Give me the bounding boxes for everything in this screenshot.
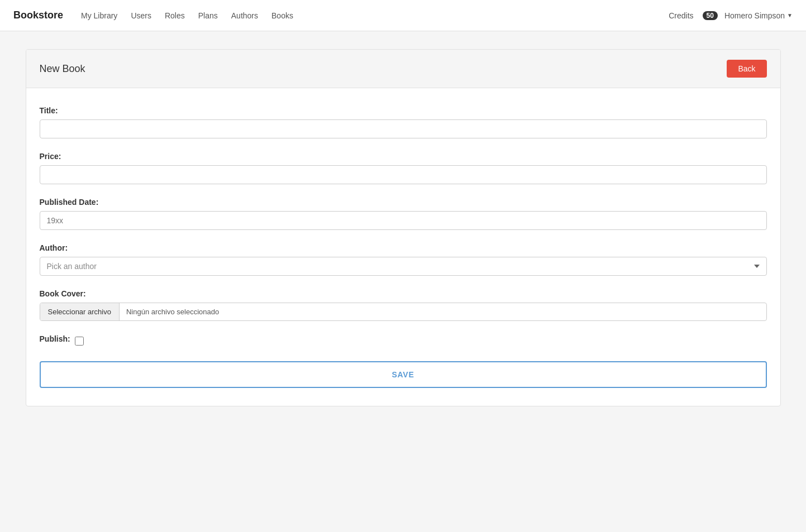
price-label: Price:: [40, 152, 767, 161]
title-label: Title:: [40, 106, 767, 115]
file-no-selection-text: Ningún archivo seleccionado: [120, 303, 226, 320]
book-cover-label: Book Cover:: [40, 289, 767, 298]
book-cover-field-group: Book Cover: Seleccionar archivo Ningún a…: [40, 289, 767, 321]
main-content: New Book Back Title: Price: Published Da…: [12, 31, 794, 424]
author-field-group: Author: Pick an author: [40, 243, 767, 276]
nav-roles[interactable]: Roles: [165, 9, 185, 22]
chevron-down-icon: ▼: [787, 12, 793, 18]
publish-field-group: Publish:: [40, 334, 767, 348]
user-menu[interactable]: Homero Simpson ▼: [724, 11, 793, 20]
nav-users[interactable]: Users: [131, 9, 151, 22]
credits-badge: 50: [703, 11, 718, 20]
price-field-group: Price:: [40, 152, 767, 184]
published-date-label: Published Date:: [40, 198, 767, 207]
author-select[interactable]: Pick an author: [40, 257, 767, 276]
save-button[interactable]: SAVE: [40, 361, 767, 388]
file-select-button[interactable]: Seleccionar archivo: [40, 303, 120, 320]
published-date-input[interactable]: [40, 211, 767, 230]
nav-authors[interactable]: Authors: [231, 9, 258, 22]
user-name: Homero Simpson: [724, 11, 785, 20]
file-input-wrapper: Seleccionar archivo Ningún archivo selec…: [40, 303, 767, 321]
card-header: New Book Back: [26, 50, 780, 88]
back-button[interactable]: Back: [727, 60, 766, 78]
published-date-field-group: Published Date:: [40, 198, 767, 230]
title-input[interactable]: [40, 119, 767, 138]
price-input[interactable]: [40, 165, 767, 184]
publish-checkbox[interactable]: [75, 337, 84, 346]
save-button-wrapper: SAVE: [40, 361, 767, 388]
navbar-right: Credits 50 Homero Simpson ▼: [669, 11, 793, 20]
form-body: Title: Price: Published Date: Author: Pi…: [26, 88, 780, 406]
nav-plans[interactable]: Plans: [198, 9, 218, 22]
page-title: New Book: [40, 63, 85, 75]
nav-my-library[interactable]: My Library: [81, 9, 117, 22]
app-brand[interactable]: Bookstore: [13, 9, 63, 21]
new-book-card: New Book Back Title: Price: Published Da…: [26, 49, 781, 406]
nav-books[interactable]: Books: [271, 9, 293, 22]
title-field-group: Title:: [40, 106, 767, 138]
navbar: Bookstore My Library Users Roles Plans A…: [0, 0, 806, 31]
credits-label: Credits: [669, 11, 693, 20]
nav-links: My Library Users Roles Plans Authors Boo…: [81, 9, 669, 22]
author-label: Author:: [40, 243, 767, 252]
publish-label: Publish:: [40, 334, 70, 343]
